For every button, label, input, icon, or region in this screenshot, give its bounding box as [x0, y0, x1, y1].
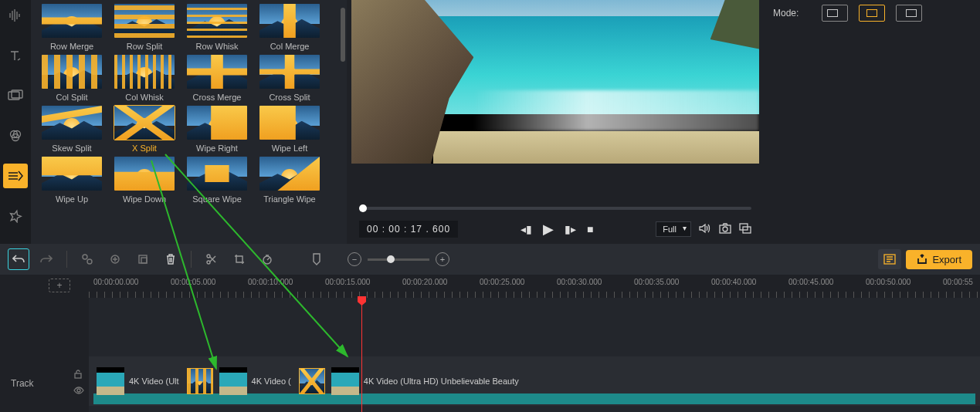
- transition-col-split[interactable]: Col Split: [39, 54, 105, 102]
- ruler-mark: 00:00:25.000: [480, 278, 524, 286]
- playhead[interactable]: [361, 298, 362, 412]
- transition-col-merge[interactable]: Col Merge: [256, 3, 323, 51]
- play-button[interactable]: ▶: [543, 221, 554, 238]
- ruler-mark: 00:00:05.000: [171, 278, 215, 286]
- transition-label: Square Wipe: [192, 194, 242, 204]
- clip-thumbnail: [97, 367, 124, 395]
- transition-wipe-down[interactable]: Wipe Down: [111, 156, 178, 204]
- ruler-mark: 00:00:35.000: [634, 278, 679, 286]
- svg-rect-17: [139, 255, 147, 263]
- stop-button[interactable]: ■: [587, 223, 593, 235]
- transition-marker[interactable]: [299, 368, 325, 394]
- element-tab-icon[interactable]: [3, 204, 28, 228]
- visibility-icon[interactable]: [73, 386, 84, 397]
- add-track-button[interactable]: +: [49, 279, 70, 292]
- resolution-select[interactable]: Full: [656, 221, 691, 237]
- clip-title: 4K Video (Ult: [129, 377, 179, 386]
- mode-option-2[interactable]: [859, 5, 885, 22]
- transition-label: Wipe Down: [123, 194, 166, 204]
- delete-button[interactable]: [160, 248, 181, 270]
- render-settings-button[interactable]: [878, 249, 901, 269]
- transition-square-wipe[interactable]: Square Wipe: [184, 156, 250, 204]
- transition-cross-split[interactable]: Cross Split: [256, 54, 323, 102]
- filter-tab-icon[interactable]: [3, 123, 28, 148]
- transition-label: Col Split: [56, 93, 88, 102]
- export-label: Export: [932, 254, 961, 265]
- export-button[interactable]: Export: [906, 250, 972, 269]
- transition-wipe-right[interactable]: Wipe Right: [184, 105, 250, 153]
- track-label: Track: [11, 378, 34, 389]
- transition-label: Row Merge: [50, 42, 93, 51]
- snapshot-icon[interactable]: [719, 223, 731, 236]
- preview-panel: 00 : 00 : 17 . 600 ◂▮ ▶ ▮▸ ■ Full: [347, 0, 764, 244]
- transition-label: Row Whisk: [195, 42, 238, 51]
- preview-progress[interactable]: [359, 207, 751, 210]
- zoom-in-button[interactable]: +: [436, 252, 449, 266]
- audio-tab-icon[interactable]: [3, 3, 28, 28]
- transition-col-whisk[interactable]: Col Whisk: [111, 54, 178, 102]
- svg-point-20: [207, 261, 210, 264]
- svg-point-19: [207, 255, 210, 258]
- transition-cross-merge[interactable]: Cross Merge: [184, 54, 250, 102]
- timeline-ruler[interactable]: 00:00:00.00000:00:05.00000:00:10.00000:0…: [89, 275, 980, 298]
- clip-thumbnail: [331, 367, 359, 395]
- transition-label: Triangle Wipe: [263, 194, 315, 204]
- transition-skew-split[interactable]: Skew Split: [39, 105, 105, 153]
- volume-icon[interactable]: [699, 223, 711, 236]
- zoom-out-button[interactable]: −: [348, 252, 361, 266]
- fullscreen-icon[interactable]: [739, 223, 751, 236]
- ruler-mark: 00:00:50.000: [866, 278, 910, 286]
- ruler-mark: 00:00:40.000: [711, 278, 756, 286]
- transition-marker[interactable]: [187, 368, 213, 394]
- tool-icon-3[interactable]: [132, 248, 154, 270]
- marker-button[interactable]: [306, 248, 327, 270]
- crop-button[interactable]: [229, 248, 250, 270]
- mode-option-3[interactable]: [896, 5, 922, 22]
- effects-scrollbar[interactable]: [341, 8, 345, 62]
- split-button[interactable]: [201, 248, 222, 270]
- transition-triangle-wipe[interactable]: Triangle Wipe: [256, 156, 323, 204]
- mode-label: Mode:: [773, 8, 799, 19]
- svg-rect-18: [141, 258, 147, 263]
- next-frame-button[interactable]: ▮▸: [565, 223, 576, 235]
- transition-label: Cross Merge: [193, 93, 242, 102]
- transition-label: Skew Split: [52, 144, 91, 153]
- transition-label: Col Whisk: [125, 93, 164, 102]
- prev-frame-button[interactable]: ◂▮: [521, 223, 532, 235]
- transition-label: Wipe Right: [196, 144, 238, 153]
- svg-point-15: [87, 259, 92, 264]
- transition-tab-icon[interactable]: [3, 164, 28, 188]
- overlay-tab-icon[interactable]: [3, 83, 28, 108]
- undo-button[interactable]: [8, 248, 29, 270]
- ruler-mark: 00:00:00.000: [93, 278, 138, 286]
- clip-thumbnail: [219, 367, 247, 395]
- video-clip[interactable]: 4K Video (Ult: [93, 362, 184, 400]
- timeline: + Track 00:00:00.00000:00:05.00000:00:10…: [0, 275, 980, 412]
- lock-icon[interactable]: [73, 370, 84, 381]
- transition-label: Row Split: [127, 42, 162, 51]
- transitions-panel: Row Merge Row Split Row Whisk Col Merge …: [31, 0, 347, 244]
- timeline-toolbar: − + Export: [0, 244, 980, 275]
- svg-point-24: [77, 389, 80, 392]
- transition-label: Col Merge: [270, 42, 310, 51]
- tool-sidebar: [0, 0, 31, 244]
- clip-title: 4K Video (: [252, 377, 291, 386]
- tool-icon-1[interactable]: [76, 248, 98, 270]
- properties-panel: Mode:: [764, 0, 980, 244]
- transition-x-split[interactable]: X Split: [111, 105, 178, 153]
- mode-option-1[interactable]: [822, 5, 848, 22]
- redo-button[interactable]: [36, 248, 57, 270]
- speed-button[interactable]: [256, 248, 278, 270]
- transition-wipe-left[interactable]: Wipe Left: [256, 105, 323, 153]
- transition-wipe-up[interactable]: Wipe Up: [39, 156, 105, 204]
- transition-row-whisk[interactable]: Row Whisk: [184, 3, 250, 51]
- zoom-slider[interactable]: − +: [348, 252, 449, 266]
- tool-icon-2[interactable]: [104, 248, 126, 270]
- transition-row-split[interactable]: Row Split: [111, 3, 178, 51]
- video-clip[interactable]: 4K Video (: [216, 362, 296, 400]
- transition-label: X Split: [132, 144, 157, 153]
- timecode-display: 00 : 00 : 17 . 600: [359, 221, 458, 238]
- text-tab-icon[interactable]: [3, 43, 28, 68]
- video-clip[interactable]: 4K Video (Ultra HD) Unbelievable Beauty: [328, 362, 524, 400]
- transition-row-merge[interactable]: Row Merge: [39, 3, 105, 51]
